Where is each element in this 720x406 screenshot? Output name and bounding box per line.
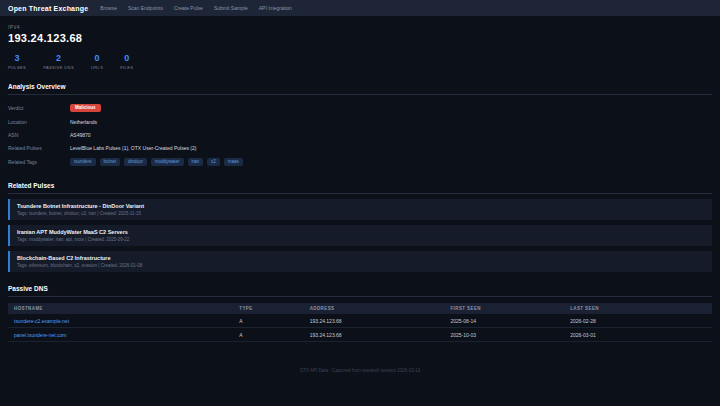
hostname-link[interactable]: panel.tsundere-net.com <box>14 332 67 338</box>
pulse-title: Blockchain-Based C2 Infrastructure <box>17 255 705 261</box>
record-last-seen: 2026-03-01 <box>564 328 712 342</box>
stats-row: 3 PULSES 2 PASSIVE DNS 0 URLS 0 FILES <box>8 53 712 70</box>
tag-maas[interactable]: maas <box>224 158 243 166</box>
col-address: ADDRESS <box>304 303 445 314</box>
stat-pulses[interactable]: 3 PULSES <box>8 53 26 70</box>
pulse-meta: Tags: muddywater, iran, apt, mois | Crea… <box>17 237 705 242</box>
col-type: TYPE <box>233 303 303 314</box>
stat-urls-label: URLS <box>91 65 103 70</box>
asn-label: ASN <box>8 132 70 138</box>
stat-passive-dns-count: 2 <box>43 53 74 63</box>
stat-urls-count: 0 <box>91 53 103 63</box>
indicator-type-label: IPV4 <box>8 25 712 30</box>
pulse-title: Tsundere Botnet Infrastructure - DinDoor… <box>17 203 705 209</box>
tag-iran[interactable]: iran <box>188 158 204 166</box>
hostname-link[interactable]: tsundere-c2.example.net <box>14 318 69 324</box>
indicator-value-heading: 193.24.123.68 <box>8 32 712 44</box>
nav-submit-sample[interactable]: Submit Sample <box>214 5 248 11</box>
nav-browse[interactable]: Browse <box>100 5 117 11</box>
stat-files[interactable]: 0 FILES <box>120 53 133 70</box>
record-type: A <box>233 328 303 342</box>
related-tags-label: Related Tags <box>8 159 70 165</box>
passive-dns-title: Passive DNS <box>8 285 712 297</box>
stat-pulses-label: PULSES <box>8 65 26 70</box>
pulse-meta: Tags: tsundere, botnet, dindoor, c2, ira… <box>17 211 705 216</box>
stat-urls[interactable]: 0 URLS <box>91 53 103 70</box>
related-pulses-label: Related Pulses <box>8 145 70 151</box>
location-label: Location <box>8 119 70 125</box>
stat-files-count: 0 <box>120 53 133 63</box>
pulse-card-blockchain-c2[interactable]: Blockchain-Based C2 Infrastructure Tags:… <box>8 251 712 272</box>
tag-tsundere[interactable]: tsundere <box>70 158 96 166</box>
pulse-title: Iranian APT MuddyWater MaaS C2 Servers <box>17 229 705 235</box>
record-type: A <box>233 314 303 328</box>
stat-passive-dns-label: PASSIVE DNS <box>43 65 74 70</box>
related-pulses-value: LevelBlue Labs Pulses (1), OTX User-Crea… <box>70 145 196 151</box>
pulse-card-tsundere-botnet[interactable]: Tsundere Botnet Infrastructure - DinDoor… <box>8 199 712 220</box>
record-first-seen: 2025-10-03 <box>444 328 564 342</box>
asn-row: ASN AS49870 <box>8 128 712 141</box>
footer-note: OTX API Data - Captured from research se… <box>8 368 712 373</box>
related-pulses-title: Related Pulses <box>8 182 712 194</box>
tag-muddywater[interactable]: muddywater <box>151 158 184 166</box>
tag-dindoor[interactable]: dindoor <box>124 158 147 166</box>
col-last-seen: LAST SEEN <box>564 303 712 314</box>
location-value: Netherlands <box>70 119 97 125</box>
tag-c2[interactable]: c2 <box>207 158 220 166</box>
tag-list: tsundere botnet dindoor muddywater iran … <box>70 158 243 166</box>
top-nav: Browse Scan Endpoints Create Pulse Submi… <box>100 5 292 11</box>
nav-scan-endpoints[interactable]: Scan Endpoints <box>128 5 163 11</box>
app-logo[interactable]: Open Threat Exchange <box>8 5 88 12</box>
main-content: IPV4 193.24.123.68 3 PULSES 2 PASSIVE DN… <box>0 25 720 373</box>
pulse-meta: Tags: ethereum, blockchain, c2, evasion … <box>17 263 705 268</box>
record-address: 193.24.123.68 <box>304 328 445 342</box>
stat-files-label: FILES <box>120 65 133 70</box>
verdict-badge: Malicious <box>70 104 101 112</box>
passive-dns-header-row: HOSTNAME TYPE ADDRESS FIRST SEEN LAST SE… <box>8 303 712 314</box>
stat-passive-dns[interactable]: 2 PASSIVE DNS <box>43 53 74 70</box>
verdict-label: Verdict <box>8 105 70 111</box>
record-last-seen: 2026-02-28 <box>564 314 712 328</box>
related-tags-row: Related Tags tsundere botnet dindoor mud… <box>8 154 712 169</box>
table-row: tsundere-c2.example.net A 193.24.123.68 … <box>8 314 712 328</box>
nav-api-integration[interactable]: API Integration <box>259 5 292 11</box>
col-hostname: HOSTNAME <box>8 303 233 314</box>
stat-pulses-count: 3 <box>8 53 26 63</box>
related-pulses-row: Related Pulses LevelBlue Labs Pulses (1)… <box>8 141 712 154</box>
verdict-row: Verdict Malicious <box>8 100 712 115</box>
asn-value: AS49870 <box>70 132 91 138</box>
record-address: 193.24.123.68 <box>304 314 445 328</box>
top-nav-bar: Open Threat Exchange Browse Scan Endpoin… <box>0 0 720 16</box>
tag-botnet[interactable]: botnet <box>100 158 121 166</box>
pulse-card-muddywater[interactable]: Iranian APT MuddyWater MaaS C2 Servers T… <box>8 225 712 246</box>
record-first-seen: 2025-08-14 <box>444 314 564 328</box>
table-row: panel.tsundere-net.com A 193.24.123.68 2… <box>8 328 712 342</box>
analysis-overview-title: Analysis Overview <box>8 83 712 95</box>
col-first-seen: FIRST SEEN <box>444 303 564 314</box>
nav-create-pulse[interactable]: Create Pulse <box>174 5 203 11</box>
passive-dns-table: HOSTNAME TYPE ADDRESS FIRST SEEN LAST SE… <box>8 303 712 342</box>
analysis-overview-rows: Verdict Malicious Location Netherlands A… <box>8 100 712 169</box>
location-row: Location Netherlands <box>8 115 712 128</box>
